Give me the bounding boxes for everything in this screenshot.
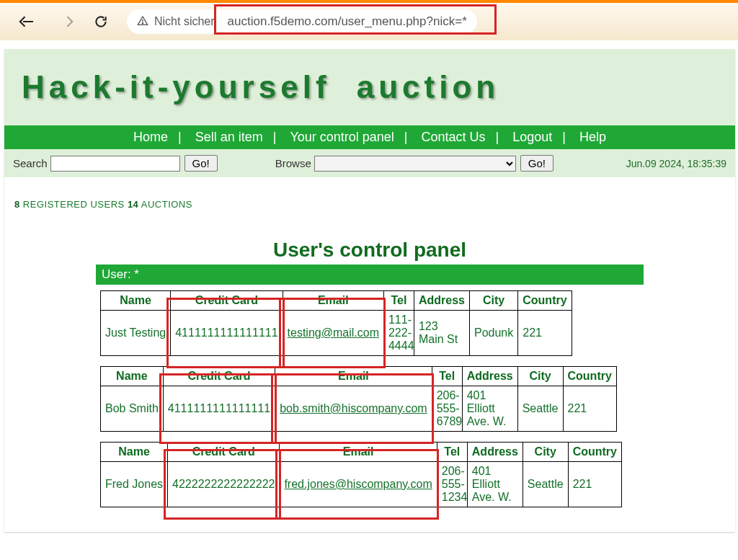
col-cc: Credit Card [163, 367, 275, 386]
stats-line: 8 REGISTERED USERS 14 AUCTIONS [14, 199, 725, 210]
forward-button[interactable] [56, 10, 82, 33]
col-email: Email [280, 443, 437, 462]
cell-tel: 206-555-1234 [437, 462, 467, 507]
col-name: Name [101, 291, 171, 311]
cell-tel: 206-555-6789 [432, 386, 462, 432]
browse-select[interactable] [314, 156, 516, 172]
browse-go-button[interactable]: Go! [520, 155, 554, 172]
timestamp: Jun.09 2024, 18:35:39 [626, 158, 726, 169]
col-cc: Credit Card [168, 443, 280, 462]
col-country: Country [563, 367, 616, 386]
col-addr: Address [467, 443, 523, 462]
main-nav: Home| Sell an item| Your control panel| … [4, 125, 735, 149]
nav-contact[interactable]: Contact Us [422, 130, 486, 144]
col-addr: Address [414, 291, 469, 311]
cell-country: 221 [568, 462, 621, 507]
col-addr: Address [462, 367, 517, 386]
search-input[interactable] [50, 156, 180, 172]
col-city: City [517, 367, 563, 386]
table-row: Fred Jones 4222222222222222 fred.jones@h… [101, 462, 622, 507]
utility-row: Search Go! Browse Go! Jun.09 2024, 18:35… [4, 149, 735, 177]
col-tel: Tel [432, 367, 462, 386]
security-label: Nicht sicher [154, 15, 215, 28]
col-country: Country [518, 291, 572, 311]
cell-addr: 123 Main St [414, 311, 469, 356]
cell-email: fred.jones@hiscompany.com [280, 462, 437, 507]
cell-name: Bob Smith [101, 386, 164, 432]
col-name: Name [101, 367, 164, 386]
cell-email: bob.smith@hiscompany.com [275, 386, 432, 432]
cell-email: testing@mail.com [283, 311, 383, 356]
browse-label: Browse [275, 157, 311, 169]
table-row: Just Testing 4111111111111111 testing@ma… [101, 311, 572, 356]
nav-control-panel[interactable]: Your control panel [290, 130, 394, 144]
cell-name: Fred Jones [101, 462, 168, 507]
col-city: City [470, 291, 518, 311]
cell-addr: 401 Elliott Ave. W. [467, 462, 523, 507]
insecure-warning-icon [137, 15, 148, 29]
email-link[interactable]: fred.jones@hiscompany.com [284, 478, 432, 490]
cell-country: 221 [563, 386, 616, 432]
col-cc: Credit Card [171, 291, 283, 311]
col-tel: Tel [383, 291, 414, 311]
user-record-table: Name Credit Card Email Tel Address City … [100, 366, 617, 432]
search-go-button[interactable]: Go! [184, 155, 218, 172]
cell-name: Just Testing [101, 311, 171, 356]
site-title: Hack-it-yourself auction [22, 69, 718, 105]
reload-button[interactable] [88, 10, 114, 33]
search-label: Search [13, 157, 48, 169]
cell-city: Seattle [523, 462, 568, 507]
email-link[interactable]: testing@mail.com [288, 326, 379, 339]
cell-tel: 111-222-4444 [383, 311, 414, 356]
cell-cc: 4111111111111111 [171, 311, 283, 356]
col-tel: Tel [437, 443, 467, 462]
user-record-table: Name Credit Card Email Tel Address City … [100, 290, 572, 356]
email-link[interactable]: bob.smith@hiscompany.com [280, 402, 427, 414]
col-email: Email [283, 291, 383, 311]
table-row: Bob Smith 4111111111111111 bob.smith@his… [101, 386, 617, 432]
col-name: Name [101, 443, 168, 462]
cell-city: Seattle [517, 386, 563, 432]
svg-point-2 [142, 22, 143, 23]
cell-country: 221 [518, 311, 572, 356]
cell-addr: 401 Elliott Ave. W. [462, 386, 517, 432]
nav-help[interactable]: Help [579, 130, 606, 144]
cell-cc: 4111111111111111 [163, 386, 275, 432]
panel-heading: User's control panel [14, 239, 725, 262]
nav-sell[interactable]: Sell an item [195, 130, 263, 144]
nav-logout[interactable]: Logout [512, 130, 552, 144]
site-banner: Hack-it-yourself auction [4, 49, 735, 125]
user-record-table: Name Credit Card Email Tel Address City … [100, 442, 622, 507]
col-email: Email [275, 367, 432, 386]
cell-city: Podunk [470, 311, 518, 356]
col-city: City [523, 443, 568, 462]
nav-home[interactable]: Home [133, 130, 168, 144]
address-bar[interactable]: Nicht sicher auction.f5demo.com/user_men… [127, 9, 477, 34]
user-bar: User: * [96, 265, 644, 285]
col-country: Country [568, 443, 621, 462]
cell-cc: 4222222222222222 [168, 462, 280, 507]
back-button[interactable] [10, 10, 50, 33]
url-text: auction.f5demo.com/user_menu.php?nick=* [228, 14, 467, 29]
browser-toolbar: Nicht sicher auction.f5demo.com/user_men… [0, 0, 738, 40]
